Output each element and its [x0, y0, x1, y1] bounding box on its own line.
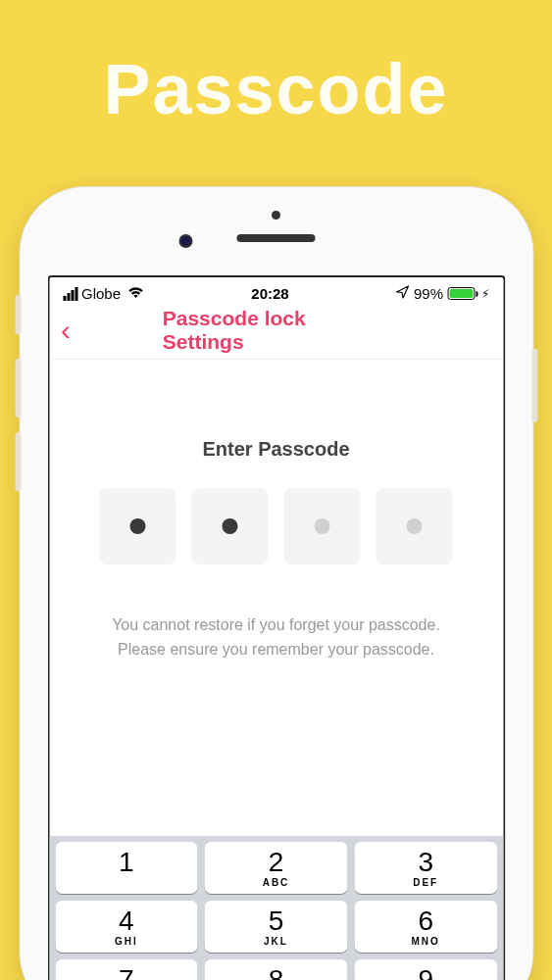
- nav-bar: ‹ Passcode lock Settings: [49, 306, 503, 360]
- volume-up-button: [15, 359, 21, 417]
- carrier-label: Globe: [81, 285, 121, 302]
- promo-title: Passcode: [0, 0, 552, 129]
- status-bar: Globe 20:28 99% ⚡︎: [49, 277, 503, 306]
- earpiece-speaker: [237, 234, 316, 242]
- passcode-digit-1: [100, 488, 176, 564]
- keypad-3[interactable]: 3DEF: [354, 842, 497, 894]
- cellular-signal-icon: [63, 287, 77, 301]
- dot-empty-icon: [407, 518, 423, 534]
- phone-screen: Globe 20:28 99% ⚡︎: [47, 275, 505, 980]
- dot-filled-icon: [223, 518, 238, 534]
- keypad-7[interactable]: 7PQRS: [55, 959, 198, 980]
- power-button: [531, 349, 537, 422]
- phone-frame: Globe 20:28 99% ⚡︎: [19, 186, 533, 980]
- status-left: Globe: [63, 285, 144, 302]
- nav-title: Passcode lock Settings: [163, 307, 390, 354]
- proximity-sensor: [272, 211, 280, 220]
- volume-down-button: [15, 432, 21, 491]
- status-right: 99% ⚡︎: [396, 285, 489, 302]
- battery-percent: 99%: [414, 285, 443, 302]
- keypad-2[interactable]: 2ABC: [205, 842, 348, 894]
- keypad-1[interactable]: 1: [55, 842, 198, 894]
- warning-text: You cannot restore if you forget your pa…: [78, 613, 474, 662]
- dot-empty-icon: [315, 518, 330, 534]
- charging-icon: ⚡︎: [481, 287, 489, 301]
- wifi-icon: [126, 285, 144, 302]
- passcode-prompt: Enter Passcode: [78, 438, 474, 461]
- mute-switch: [15, 295, 21, 334]
- front-camera: [178, 234, 192, 248]
- keypad-5[interactable]: 5JKL: [205, 901, 348, 953]
- keypad-9[interactable]: 9WXYZ: [354, 959, 497, 980]
- dot-filled-icon: [130, 518, 146, 534]
- keypad-6[interactable]: 6MNO: [354, 901, 497, 953]
- location-icon: [396, 285, 410, 302]
- promo-background: Passcode Globe 20:28: [0, 0, 552, 980]
- passcode-digit-3: [284, 488, 361, 564]
- warning-line-1: You cannot restore if you forget your pa…: [78, 613, 474, 638]
- status-time: 20:28: [251, 285, 288, 302]
- back-button[interactable]: ‹: [61, 316, 71, 345]
- warning-line-2: Please ensure you remember your passcode…: [78, 638, 474, 662]
- keypad-8[interactable]: 8TUV: [205, 959, 348, 980]
- content-area: Enter Passcode You cannot restore if you…: [49, 360, 503, 662]
- battery-icon: [447, 287, 477, 300]
- passcode-digit-4: [376, 488, 453, 564]
- passcode-digit-2: [192, 488, 269, 564]
- numeric-keypad: 1 2ABC 3DEF 4GHI 5JKL 6MNO 7PQRS 8TUV 9W…: [49, 836, 503, 980]
- keypad-4[interactable]: 4GHI: [55, 901, 198, 953]
- passcode-dots: [78, 488, 474, 564]
